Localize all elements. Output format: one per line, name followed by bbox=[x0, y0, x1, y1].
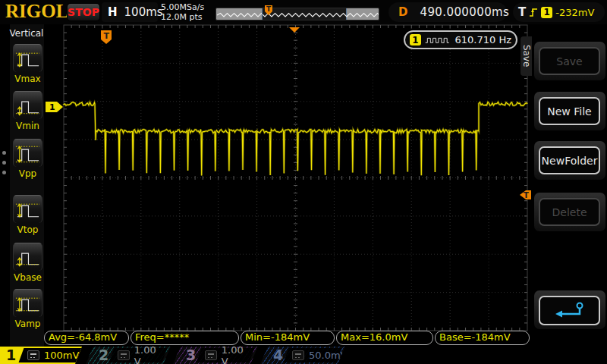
sidebar-item-label: Vbase bbox=[12, 272, 43, 283]
vmin-icon bbox=[13, 91, 42, 119]
sidebar-item-label: Vamp bbox=[12, 318, 43, 329]
svg-text:T: T bbox=[524, 191, 529, 199]
channel-scale-box: 50.0mV bbox=[284, 348, 342, 362]
measurement-avg: Avg=-64.8mV bbox=[44, 331, 129, 345]
graticule-ticks bbox=[64, 25, 527, 331]
delete-button[interactable]: Delete bbox=[539, 198, 600, 226]
sidebar-item-vmin[interactable]: Vmin bbox=[12, 91, 43, 131]
rising-edge-icon bbox=[529, 6, 538, 18]
new-file-button[interactable]: New File bbox=[539, 97, 600, 125]
dc-coupling-icon bbox=[118, 350, 130, 360]
page-dot bbox=[2, 171, 6, 174]
sidebar-item-vtop[interactable]: Vtop bbox=[12, 195, 43, 235]
measurement-base: Base=-184mV bbox=[435, 331, 530, 345]
measurement-min: Min=-184mV bbox=[241, 331, 335, 345]
memory-waveform-preview-window bbox=[263, 8, 348, 20]
square-wave-icon bbox=[425, 35, 451, 46]
channel-status-bar: 1 100mV 2 1.00 V 3 1.00 V 4 50.0mV bbox=[0, 347, 607, 364]
run-state-indicator[interactable]: STOP bbox=[67, 3, 100, 21]
channel-1-chip[interactable]: 1 100mV bbox=[0, 347, 82, 364]
frequency-counter-badge: 1 610.710 Hz bbox=[404, 30, 517, 49]
page-dot bbox=[2, 161, 6, 165]
sample-rate: 5.00MSa/s bbox=[161, 2, 204, 12]
sidebar-item-label: Vpp bbox=[12, 168, 43, 179]
waveform-plot: 1TT bbox=[44, 24, 531, 347]
sidebar-item-vamp[interactable]: Vamp bbox=[12, 289, 43, 329]
waveform-display-area: 1TT 1 610.710 Hz Avg=-64.8mV Freq=***** … bbox=[44, 24, 531, 347]
channel-scale-value: 1.00 V bbox=[222, 344, 252, 364]
channel-scale-box: 1.00 V bbox=[197, 348, 255, 362]
acquisition-readout: 5.00MSa/s 12.0M pts bbox=[161, 2, 204, 22]
memory-depth: 12.0M pts bbox=[161, 12, 203, 22]
oscilloscope-screen: RIGOL STOP H 100ms 5.00MSa/s 12.0M pts T… bbox=[0, 0, 607, 364]
page-dot bbox=[2, 151, 6, 155]
sidebar-item-vbase[interactable]: Vbase bbox=[12, 243, 43, 283]
counter-value: 610.710 Hz bbox=[455, 34, 512, 46]
channel-scale-value: 100mV bbox=[44, 350, 79, 361]
return-arrow-icon bbox=[553, 301, 587, 321]
trigger-readout: T 1 -232mV bbox=[513, 2, 605, 22]
channel-2-chip[interactable]: 2 1.00 V bbox=[86, 347, 171, 364]
sidebar-item-label: Vtop bbox=[12, 224, 43, 235]
top-status-bar: RIGOL STOP H 100ms 5.00MSa/s 12.0M pts T… bbox=[0, 0, 607, 24]
vmax-icon bbox=[13, 44, 42, 72]
save-menu-panel: Save Save New File NewFolder Delete bbox=[531, 24, 607, 347]
counter-source-badge: 1 bbox=[410, 34, 421, 46]
rigol-logo: RIGOL bbox=[5, 1, 68, 22]
svg-text:T: T bbox=[104, 31, 110, 41]
sidebar-item-label: Vmax bbox=[12, 74, 43, 84]
channel-scale-value: 1.00 V bbox=[134, 344, 165, 364]
trigger-level-value: -232mV bbox=[555, 7, 594, 18]
delay-readout: D 490.000000ms bbox=[388, 2, 507, 22]
trigger-source-badge: 1 bbox=[541, 7, 552, 18]
channel-number: 2 bbox=[99, 347, 109, 364]
save-button[interactable]: Save bbox=[539, 47, 600, 75]
vbase-icon bbox=[13, 243, 42, 271]
delay-label: D bbox=[398, 5, 407, 19]
vpp-icon bbox=[13, 139, 42, 167]
horizontal-timebase-readout: H 100ms bbox=[102, 2, 158, 22]
dc-coupling-icon bbox=[292, 350, 304, 360]
measurement-freq: Freq=***** bbox=[131, 331, 239, 345]
channel-3-chip[interactable]: 3 1.00 V bbox=[173, 347, 258, 364]
channel-number: 1 bbox=[6, 347, 16, 364]
channel-scale-value: 50.0mV bbox=[309, 350, 348, 361]
vtop-icon bbox=[13, 195, 42, 223]
dc-coupling-icon bbox=[27, 350, 39, 360]
sidebar-item-vmax[interactable]: Vmax bbox=[12, 44, 43, 84]
trigger-position-marker[interactable]: T bbox=[101, 30, 112, 44]
trigger-level-marker[interactable]: T bbox=[520, 190, 531, 199]
sidebar-item-label: Vmin bbox=[12, 121, 43, 131]
new-folder-button[interactable]: NewFolder bbox=[539, 146, 600, 174]
trigger-label: T bbox=[518, 5, 526, 19]
channel-number: 3 bbox=[186, 347, 196, 364]
memory-position-bar[interactable]: T bbox=[215, 8, 379, 20]
measure-category-title: Vertical bbox=[9, 28, 44, 39]
channel-scale-box: 100mV bbox=[19, 348, 82, 362]
horizontal-center-marker bbox=[289, 27, 300, 33]
delay-value: 490.000000ms bbox=[420, 5, 509, 19]
vamp-icon bbox=[13, 289, 42, 317]
svg-text:1: 1 bbox=[49, 102, 55, 112]
horizontal-label: H bbox=[108, 5, 118, 19]
measure-sidebar: Vertical Vmax Vmin Vpp Vtop Vbase Vamp bbox=[0, 24, 44, 347]
channel-scale-box: 1.00 V bbox=[109, 348, 168, 362]
measurement-max: Max=16.0mV bbox=[336, 331, 433, 345]
channel-4-chip[interactable]: 4 50.0mV bbox=[260, 347, 345, 364]
back-button[interactable] bbox=[539, 296, 600, 325]
channel-number: 4 bbox=[273, 347, 283, 364]
dc-coupling-icon bbox=[205, 350, 217, 360]
menu-tab-save: Save bbox=[521, 36, 532, 76]
sidebar-item-vpp[interactable]: Vpp bbox=[12, 139, 43, 179]
channel-1-offset-marker[interactable]: 1 bbox=[46, 102, 63, 112]
timebase-value: 100ms bbox=[124, 5, 163, 19]
